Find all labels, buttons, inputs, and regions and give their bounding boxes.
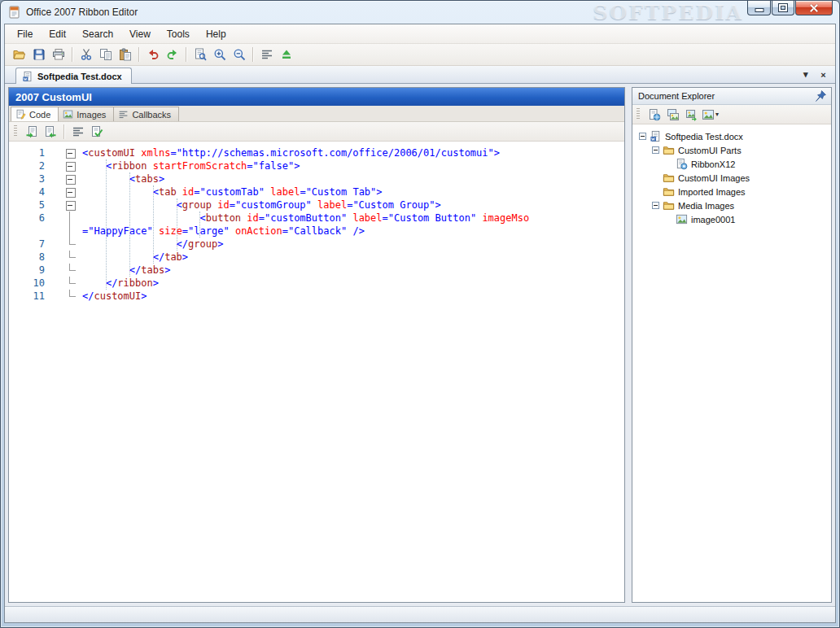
code-line[interactable]: ="HappyFace" size="large" onAction="Call…: [9, 225, 624, 238]
tree-item-label: Imported Images: [678, 187, 746, 197]
menu-item-view[interactable]: View: [121, 24, 159, 43]
fold-collapse-marker[interactable]: [63, 198, 77, 212]
minimize-button[interactable]: [747, 1, 771, 15]
toolbar-separator: [72, 47, 72, 62]
undo-button[interactable]: [143, 46, 162, 64]
fold-collapse-marker[interactable]: [63, 159, 77, 172]
tree-item[interactable]: CustomUI Images: [634, 171, 829, 185]
fold-line-marker: [63, 238, 77, 251]
code-line[interactable]: 1<customUI xmlns="http://schemas.microso…: [9, 146, 624, 159]
title-bar[interactable]: Office 2007 Ribbon Editor SOFTPEDIA: [1, 1, 839, 24]
line-number: 5: [9, 198, 53, 212]
editor-tab-code[interactable]: Code: [11, 107, 59, 121]
redo-button[interactable]: [163, 46, 182, 64]
gutter-gap: [53, 225, 63, 238]
line-number: 8: [9, 251, 53, 264]
code-line[interactable]: 2 <ribbon startFromScratch="false">: [9, 159, 624, 172]
validate-xml-button[interactable]: [88, 123, 105, 140]
toolbar-separator: [186, 47, 186, 62]
code-line[interactable]: 6 <button id="customButton" label="Custo…: [9, 212, 624, 225]
editor-tab-images[interactable]: Images: [58, 107, 114, 121]
code-line[interactable]: 5 <group id="customGroup" label="Custom …: [9, 198, 624, 212]
tab-strip-controls: ▾ ×: [799, 68, 829, 81]
word-doc-icon: [22, 71, 33, 82]
pin-icon[interactable]: [814, 89, 827, 102]
check-icon: [90, 125, 103, 138]
image-icon: [676, 213, 688, 225]
tree-item[interactable]: Media Images: [634, 198, 829, 212]
save-icon: [33, 48, 46, 61]
code-text: <ribbon startFromScratch="false">: [77, 159, 300, 172]
page-search-icon: [194, 48, 207, 61]
import-part-button[interactable]: [42, 123, 59, 140]
export-button[interactable]: [277, 46, 295, 64]
fold-collapse-marker[interactable]: [63, 146, 77, 159]
code-line[interactable]: 4 <tab id="customTab" label="Custom Tab"…: [9, 185, 624, 198]
print-button[interactable]: [49, 46, 68, 64]
gutter-gap: [53, 264, 63, 277]
paste-button[interactable]: [116, 46, 134, 64]
code-line[interactable]: 3 <tabs>: [9, 172, 624, 185]
document-tab-active[interactable]: Softpedia Test.docx: [15, 68, 132, 84]
collapse-expander[interactable]: [639, 133, 646, 140]
menu-item-tools[interactable]: Tools: [159, 24, 198, 43]
collapse-expander[interactable]: [652, 146, 659, 154]
validate-preview-button[interactable]: [190, 46, 209, 64]
export-part-button[interactable]: [23, 123, 40, 140]
code-text: <tab id="customTab" label="Custom Tab">: [77, 185, 383, 198]
fold-collapse-marker[interactable]: [63, 172, 77, 185]
import-image-button[interactable]: [683, 106, 700, 123]
gutter-gap: [53, 212, 63, 225]
gutter-gap: [53, 146, 63, 159]
image-options-dropdown[interactable]: ▾: [702, 106, 719, 123]
zoom-in-button[interactable]: [210, 46, 229, 64]
format-lines-button[interactable]: [257, 46, 276, 64]
cut-button[interactable]: [77, 46, 95, 64]
generate-callbacks-button[interactable]: [69, 123, 86, 140]
copy-icon: [99, 48, 112, 61]
editor-toolbar: [9, 122, 624, 142]
insert-icons-button[interactable]: [664, 106, 681, 123]
line-number: 9: [9, 264, 53, 277]
editor-tab-callbacks[interactable]: Callbacks: [113, 107, 179, 121]
code-text: </tab>: [77, 251, 188, 264]
callbacks-icon: [118, 109, 129, 120]
code-editor[interactable]: 1<customUI xmlns="http://schemas.microso…: [9, 142, 624, 602]
copy-button[interactable]: [96, 46, 115, 64]
close-button[interactable]: [795, 1, 833, 15]
maximize-button[interactable]: [772, 1, 794, 15]
collapse-expander[interactable]: [652, 202, 659, 209]
tree-item-label: CustomUI Images: [678, 173, 750, 183]
tree-item[interactable]: Softpedia Test.docx: [634, 129, 829, 143]
tab-list-dropdown[interactable]: ▾: [799, 68, 812, 81]
toolbar-grip[interactable]: [14, 125, 17, 137]
document-explorer-pane: Document Explorer ▾ Softpedia Test.docxC…: [632, 87, 832, 603]
maximize-icon: [779, 4, 787, 11]
menu-item-file[interactable]: File: [9, 24, 41, 43]
image-icon: [702, 108, 715, 121]
tree-item[interactable]: Imported Images: [634, 185, 829, 198]
close-document-button[interactable]: ×: [817, 68, 829, 81]
menu-item-search[interactable]: Search: [74, 24, 121, 43]
code-text: </group>: [77, 238, 223, 251]
open-button[interactable]: [10, 46, 28, 64]
image-icon: [63, 109, 73, 120]
code-line[interactable]: 10 </ribbon>: [9, 277, 624, 290]
zoom-out-button[interactable]: [230, 46, 248, 64]
tree-item[interactable]: CustomUI Parts: [634, 143, 829, 157]
menu-item-help[interactable]: Help: [198, 24, 234, 43]
add-part-button[interactable]: [645, 106, 663, 123]
code-line[interactable]: 9 </tabs>: [9, 264, 624, 277]
save-button[interactable]: [29, 46, 48, 64]
tree-item[interactable]: RibbonX12: [634, 157, 829, 171]
line-number: 10: [9, 277, 53, 290]
window-controls: [747, 1, 833, 15]
code-line[interactable]: 8 </tab>: [9, 251, 624, 264]
code-line[interactable]: 7 </group>: [9, 238, 624, 251]
code-line[interactable]: 11</customUI>: [9, 290, 624, 303]
toolbar-grip[interactable]: [637, 108, 640, 120]
tree-item[interactable]: image0001: [634, 212, 829, 226]
menu-item-edit[interactable]: Edit: [41, 24, 74, 43]
code-text: </customUI>: [77, 290, 147, 303]
fold-collapse-marker[interactable]: [63, 185, 77, 198]
